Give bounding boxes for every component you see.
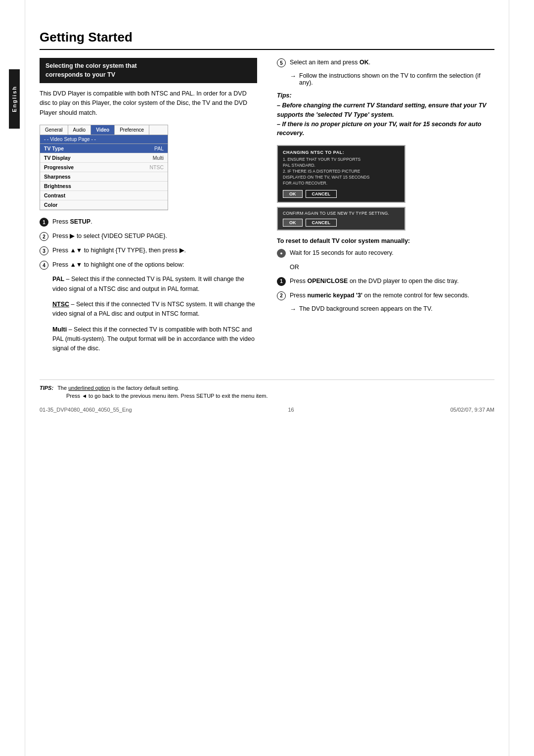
option-ntsc-text: – Select this if the connected TV is NTS… xyxy=(52,301,255,317)
page-number: 16 xyxy=(288,407,294,413)
menu-value-tvdisplay: Multi xyxy=(153,155,164,161)
heading-line1: Selecting the color system that xyxy=(45,62,137,69)
option-ntsc-label: NTSC xyxy=(52,301,69,308)
right-column: 5 Select an item and press OK. → Follow … xyxy=(277,58,494,360)
menu-subheader: - - Video Setup Page - - xyxy=(40,135,168,144)
tips-text-bold: – Before changing the current TV Standar… xyxy=(277,102,487,118)
footer-tips-text: The underlined option is the factory def… xyxy=(57,385,179,391)
option-pal-text: – Select this if the connected TV is PAL… xyxy=(52,276,244,292)
reset-heading: To reset to default TV color system manu… xyxy=(277,237,494,244)
option-pal: PAL – Select this if the connected TV is… xyxy=(52,275,257,294)
step-5-text: Select an item and press xyxy=(290,59,359,66)
menu-label-progressive: Progressive xyxy=(44,164,74,170)
menu-label-tvtype: TV Type xyxy=(44,145,64,151)
footer-tips-row: TIPS: The underlined option is the facto… xyxy=(40,385,494,391)
menu-row-contrast: Contrast xyxy=(40,191,168,200)
reset-step-2-content: Press numeric keypad '3' on the remote c… xyxy=(290,291,494,300)
menu-row-tvdisplay: TV Display Multi xyxy=(40,153,168,163)
step-1: 1 Press SETUP. xyxy=(40,217,257,227)
menu-value-progressive: NTSC xyxy=(149,164,164,170)
dialog-box-1: CHANGING NTSC TO PAL: 1. ENSURE THAT YOU… xyxy=(277,145,405,203)
menu-tabs-row: General Audio Video Preference xyxy=(40,125,168,135)
step-5-content: Select an item and press OK. xyxy=(290,58,494,67)
menu-row-color: Color xyxy=(40,200,168,210)
step-num-5: 5 xyxy=(277,58,286,67)
menu-label-contrast: Contrast xyxy=(44,192,65,198)
reset-step-num-1: 1 xyxy=(277,277,286,286)
heading-line2: corresponds to your TV xyxy=(45,71,115,78)
menu-label-tvdisplay: TV Display xyxy=(44,155,71,161)
menu-row-progressive: Progressive NTSC xyxy=(40,163,168,172)
menu-screenshot: General Audio Video Preference - - Video… xyxy=(40,125,168,210)
dialog-container: CHANGING NTSC TO PAL: 1. ENSURE THAT YOU… xyxy=(277,145,405,231)
option-multi-label: Multi xyxy=(52,326,67,333)
step-num-4: 4 xyxy=(40,261,48,270)
footer-tips-part2: is the factory default setting. xyxy=(110,385,179,391)
page-line-right xyxy=(509,0,509,756)
step-3: 3 Press ▲▼ to highlight {TV TYPE}, then … xyxy=(40,246,257,255)
sidebar-label: English xyxy=(11,86,17,112)
footer-tips-row-2: Press ◄ to go back to the previous menu … xyxy=(40,393,494,399)
step-2: 2 Press ▶ to select {VIDEO SETUP PAGE}. xyxy=(40,232,257,241)
reset-step-2-bold: numeric keypad '3' xyxy=(307,292,362,299)
dialog-1-body: 1. ENSURE THAT YOUR TV SUPPORTS PAL STAN… xyxy=(283,157,400,186)
reset-arrow: → The DVD background screen appears on t… xyxy=(290,305,494,313)
dialog-1-buttons: OK CANCEL xyxy=(283,190,400,198)
step-5-bold: OK xyxy=(359,59,369,66)
step-5: 5 Select an item and press OK. xyxy=(277,58,494,67)
footer: TIPS: The underlined option is the facto… xyxy=(40,379,494,413)
step-1-bold: SETUP xyxy=(70,218,90,225)
reset-step-num-2: 2 xyxy=(277,291,286,300)
footer-filename-left: 01-35_DVP4080_4060_4050_55_Eng xyxy=(40,407,132,413)
step-num-1: 1 xyxy=(40,218,48,227)
dialog-2-text: CONFIRM AGAIN TO USE NEW TV TYPE SETTING… xyxy=(283,211,400,216)
reset-arrow-text: The DVD background screen appears on the… xyxy=(299,305,433,312)
dialog-2-cancel: CANCEL xyxy=(306,219,337,227)
step-5-arrow-text: Follow the instructions shown on the TV … xyxy=(299,72,494,86)
menu-label-color: Color xyxy=(44,202,57,208)
page-title: Getting Started xyxy=(40,30,494,50)
step-5-arrow: → Follow the instructions shown on the T… xyxy=(290,72,494,86)
tips-label: Tips: xyxy=(277,92,494,99)
sidebar-tab: English xyxy=(9,69,20,129)
reset-wait-text: Wait for 15 seconds for auto recovery. xyxy=(290,248,494,258)
tips-text-bold2: – If there is no proper picture on your … xyxy=(277,121,482,137)
left-column: Selecting the color system that correspo… xyxy=(40,58,257,360)
dialog-1-title: CHANGING NTSC TO PAL: xyxy=(283,150,400,155)
step-2-content: Press ▶ to select {VIDEO SETUP PAGE}. xyxy=(52,232,257,241)
page-line-left xyxy=(25,0,25,756)
page-number-row: 01-35_DVP4080_4060_4050_55_Eng 16 05/02/… xyxy=(40,407,494,413)
step-3-content: Press ▲▼ to highlight {TV TYPE}, then pr… xyxy=(52,246,257,255)
menu-label-sharpness: Sharpness xyxy=(44,174,71,180)
section-heading: Selecting the color system that correspo… xyxy=(40,58,257,83)
option-multi-text: – Select this if the connected TV is com… xyxy=(52,326,255,352)
tab-preference: Preference xyxy=(115,125,149,135)
intro-text: This DVD Player is compatible with both … xyxy=(40,89,257,118)
dialog-1-ok: OK xyxy=(283,190,303,198)
arrow-icon: → xyxy=(290,72,296,80)
arrow-icon-2: → xyxy=(290,305,296,313)
reset-step-1: 1 Press OPEN/CLOSE on the DVD player to … xyxy=(277,277,494,286)
footer-tips-label: TIPS: xyxy=(40,385,53,391)
or-text: OR xyxy=(290,263,494,272)
option-multi: Multi – Select this if the connected TV … xyxy=(52,325,257,354)
reset-step-1-content: Press OPEN/CLOSE on the DVD player to op… xyxy=(290,277,494,286)
menu-row-tvtype: TV Type PAL xyxy=(40,144,168,153)
step-4-content: Press ▲▼ to highlight one of the options… xyxy=(52,260,257,270)
two-column-layout: Selecting the color system that correspo… xyxy=(40,58,494,360)
tab-video: Video xyxy=(91,125,115,135)
page-container: English Getting Started Selecting the co… xyxy=(0,0,534,756)
dialog-1-cancel: CANCEL xyxy=(306,190,337,198)
step-num-2: 2 xyxy=(40,232,48,241)
footer-tips-part1: The xyxy=(57,385,68,391)
option-pal-label: PAL xyxy=(52,276,64,283)
reset-step-wait: ● Wait for 15 seconds for auto recovery. xyxy=(277,248,494,258)
step-num-3: 3 xyxy=(40,246,48,255)
tab-audio: Audio xyxy=(68,125,91,135)
step-4: 4 Press ▲▼ to highlight one of the optio… xyxy=(40,260,257,270)
footer-tips-underline: underlined option xyxy=(68,385,110,391)
option-ntsc: NTSC – Select this if the connected TV i… xyxy=(52,300,257,319)
tips-text: – Before changing the current TV Standar… xyxy=(277,101,494,138)
dialog-2-buttons: OK CANCEL xyxy=(283,219,400,227)
reset-step-1-bold: OPEN/CLOSE xyxy=(307,278,348,284)
